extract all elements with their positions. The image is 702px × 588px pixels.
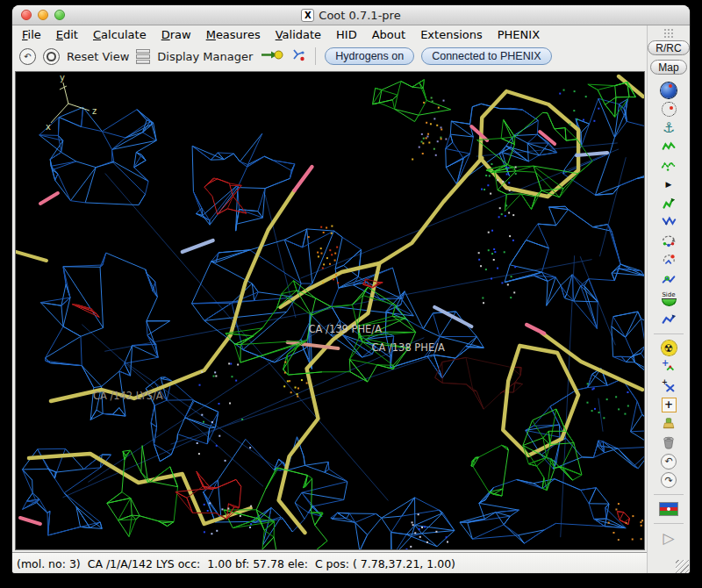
graphics-canvas[interactable]: yxzCA /139 PHE/ACA /138 PHE/ACA /142 LYS… <box>15 71 645 550</box>
x11-icon: X <box>301 9 314 22</box>
atom-label: CA /138 PHE/A <box>371 341 445 354</box>
delete-item-icon[interactable] <box>658 434 679 451</box>
svg-text:z: z <box>92 106 97 116</box>
display-manager-icon[interactable] <box>136 49 150 64</box>
atom-label: CA /139 PHE/A <box>309 323 383 335</box>
side-toolbar: R/RC Map ⚓▶Side☢+++↶↷▷ <box>647 25 690 573</box>
undo-icon[interactable]: ↶ <box>658 453 679 470</box>
menu-edit[interactable]: Edit <box>56 28 78 41</box>
real-space-refine-icon[interactable]: ⚓ <box>658 119 679 136</box>
menu-about[interactable]: About <box>372 28 405 41</box>
edit-chi-angles-icon[interactable] <box>658 270 679 287</box>
menu-calculate[interactable]: Calculate <box>93 28 147 41</box>
place-atom-icon[interactable]: + <box>658 377 679 394</box>
rrc-button[interactable]: R/RC <box>648 40 689 55</box>
display-manager-button[interactable]: Display Manager <box>157 50 253 63</box>
svg-text:x: x <box>46 122 51 132</box>
go-to-atom-icon[interactable] <box>260 47 283 65</box>
molecule-chooser-icon[interactable] <box>290 47 306 66</box>
regularize-zone-icon[interactable] <box>658 139 679 155</box>
toolbar-separator <box>654 333 684 334</box>
canvas-frame: yxzCA /139 PHE/ACA /138 PHE/ACA /142 LYS… <box>12 69 647 552</box>
close-button[interactable] <box>21 10 32 20</box>
status-text: (mol. no: 3) CA /1/A/142 LYS occ: 1.00 b… <box>17 557 455 570</box>
recenter-icon[interactable] <box>43 48 60 65</box>
menu-measures[interactable]: Measures <box>206 28 261 41</box>
reset-view-icon[interactable]: ↶ <box>19 48 36 65</box>
status-bar: (mol. no: 3) CA /1/A/142 LYS occ: 1.00 b… <box>12 552 647 573</box>
phenix-connection-button[interactable]: Connected to PHENIX <box>421 47 551 65</box>
menu-hid[interactable]: HID <box>336 28 357 41</box>
flag-icon[interactable] <box>658 501 679 518</box>
recentre-view-icon[interactable] <box>658 101 679 118</box>
redo-icon[interactable]: ↷ <box>658 472 679 489</box>
rigid-body-fit-icon[interactable] <box>658 195 679 212</box>
flip-sidechain-icon[interactable]: Side <box>658 290 679 309</box>
rotate-sphere-icon[interactable] <box>658 82 679 98</box>
svg-text:+: + <box>662 359 669 368</box>
menu-phenix[interactable]: PHENIX <box>498 28 540 41</box>
toolbar: ↶ Reset View Display Manager <box>12 43 647 69</box>
hydrogens-toggle-button[interactable]: Hydrogens on <box>325 47 414 65</box>
coot-window: X Coot 0.7.1-pre FileEditCalculateDrawMe… <box>12 5 690 573</box>
menu-draw[interactable]: Draw <box>161 28 191 41</box>
menu-bar: FileEditCalculateDrawMeasuresValidateHID… <box>12 25 647 43</box>
edit-backbone-icon[interactable] <box>658 311 679 327</box>
auto-fit-rotamer-icon[interactable] <box>658 233 679 249</box>
simple-mesh-icon[interactable]: + <box>658 397 679 413</box>
menu-validate[interactable]: Validate <box>276 28 321 41</box>
rotamers-icon[interactable] <box>658 252 679 269</box>
model-tools-stack: ⚓▶Side☢+++↶↷▷ <box>648 82 690 560</box>
add-terminal-residue-icon[interactable]: ☢ <box>658 340 679 356</box>
minimize-button[interactable] <box>38 10 48 20</box>
atom-label: CA /142 LYS/A <box>93 390 163 402</box>
axes-indicator <box>51 82 90 123</box>
menu-extensions[interactable]: Extensions <box>420 28 483 41</box>
svg-text:y: y <box>60 73 65 82</box>
window-title-text: Coot 0.7.1-pre <box>319 9 400 22</box>
run-script-icon[interactable]: ▷ <box>658 530 679 547</box>
window-title: X Coot 0.7.1-pre <box>301 9 400 22</box>
reset-view-button[interactable]: Reset View <box>67 50 129 63</box>
window-resize-grip[interactable] <box>676 560 689 573</box>
rotate-translate-zone-icon[interactable] <box>658 214 679 231</box>
add-alt-conf-icon[interactable]: + <box>658 359 679 376</box>
fixed-atoms-icon[interactable] <box>658 157 679 174</box>
expand-toolbar-icon[interactable]: ▶ <box>658 176 679 193</box>
toolbar-separator <box>315 47 316 65</box>
zoom-button[interactable] <box>54 10 65 20</box>
map-button[interactable]: Map <box>650 60 686 75</box>
toolbar-separator <box>654 523 684 524</box>
window-controls <box>21 10 65 20</box>
menu-file[interactable]: File <box>22 28 41 41</box>
toolbar-separator <box>654 494 684 495</box>
title-bar[interactable]: X Coot 0.7.1-pre <box>12 5 690 25</box>
toolbar-grip-icon[interactable] <box>663 28 675 38</box>
clean-brush-icon[interactable] <box>658 415 679 432</box>
